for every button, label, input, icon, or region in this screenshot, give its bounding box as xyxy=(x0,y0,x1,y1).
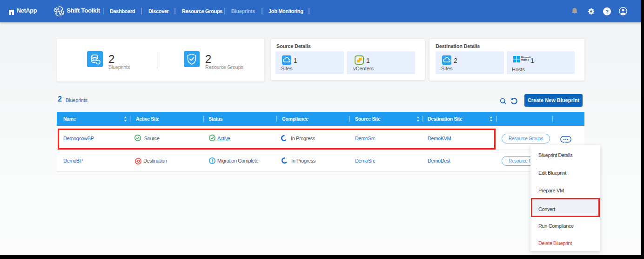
svg-text:?: ? xyxy=(605,9,609,14)
